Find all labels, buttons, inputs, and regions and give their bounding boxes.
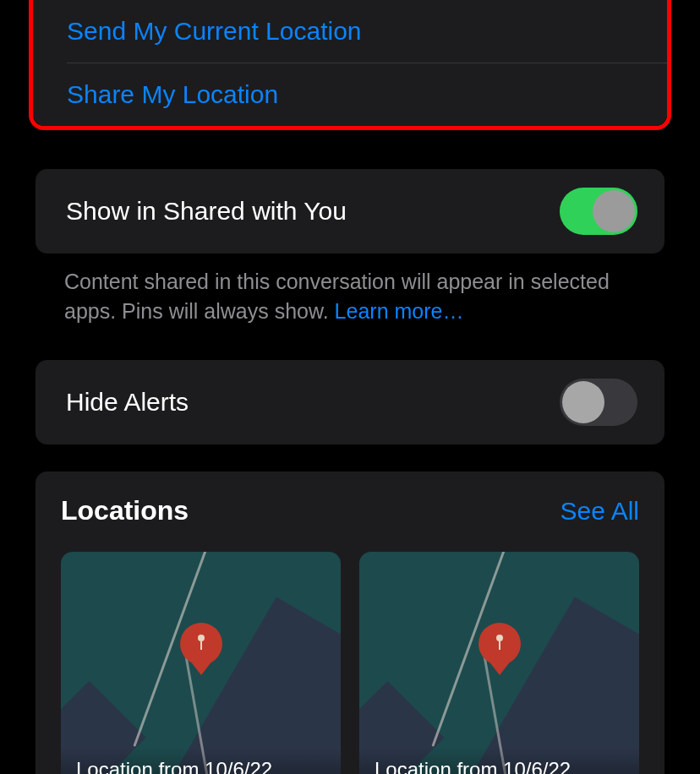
location-actions-card: Send My Current Location Share My Locati… <box>33 0 667 126</box>
shared-with-you-label: Show in Shared with You <box>66 197 347 226</box>
location-item[interactable]: Location from 10/6/22 <box>61 552 341 774</box>
toggle-knob <box>593 190 635 232</box>
hide-alerts-toggle[interactable] <box>560 379 637 426</box>
location-item[interactable]: Location from 10/6/22 <box>359 552 639 774</box>
shared-with-you-card: Show in Shared with You <box>36 169 664 253</box>
locations-card: Locations See All Location from 10/6/22 <box>36 471 664 774</box>
location-caption: Location from 10/6/22 <box>61 748 341 774</box>
pin-dot <box>198 635 205 641</box>
locations-grid: Location from 10/6/22 Location from 10/6… <box>61 552 639 774</box>
pin-stick <box>200 641 202 650</box>
location-actions-highlight: Send My Current Location Share My Locati… <box>29 0 671 130</box>
hide-alerts-card: Hide Alerts <box>36 360 664 444</box>
pin-dot <box>496 635 503 641</box>
map-thumbnail <box>61 552 341 774</box>
hide-alerts-label: Hide Alerts <box>66 388 189 417</box>
locations-title: Locations <box>61 495 189 526</box>
map-thumbnail <box>359 552 639 774</box>
hide-alerts-row: Hide Alerts <box>36 360 664 444</box>
shared-with-you-toggle[interactable] <box>560 188 637 235</box>
shared-with-you-caption: Content shared in this conversation will… <box>64 267 636 326</box>
locations-header: Locations See All <box>61 495 639 526</box>
share-my-location-button[interactable]: Share My Location <box>33 63 667 126</box>
learn-more-link[interactable]: Learn more… <box>335 299 464 323</box>
pin-stick <box>499 641 500 650</box>
locations-see-all-button[interactable]: See All <box>561 497 639 526</box>
map-pin-icon <box>479 623 521 665</box>
shared-with-you-row: Show in Shared with You <box>36 169 664 253</box>
location-caption: Location from 10/6/22 <box>359 748 639 774</box>
toggle-knob <box>562 381 604 423</box>
map-pin-icon <box>180 623 222 665</box>
send-current-location-button[interactable]: Send My Current Location <box>33 0 667 63</box>
